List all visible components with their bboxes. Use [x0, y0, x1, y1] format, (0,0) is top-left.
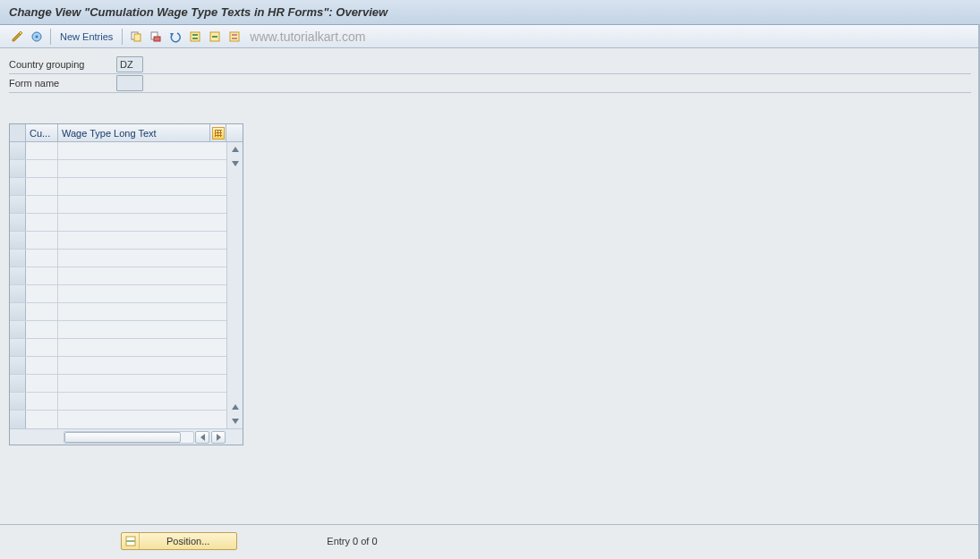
cell-wage[interactable] — [58, 250, 226, 267]
cell-cu[interactable] — [26, 393, 58, 410]
country-grouping-label: Country grouping — [9, 59, 116, 70]
row-selector[interactable] — [10, 178, 26, 195]
cell-wage[interactable] — [58, 339, 226, 356]
hscroll-track[interactable] — [64, 431, 194, 444]
other-view-icon[interactable] — [29, 29, 45, 45]
delete-icon[interactable] — [148, 29, 164, 45]
chevron-up-icon — [232, 147, 239, 152]
scroll-down-button[interactable] — [227, 414, 243, 428]
row-selector[interactable] — [10, 321, 26, 338]
undo-change-icon[interactable] — [167, 29, 183, 45]
chevron-right-icon — [217, 434, 221, 441]
cell-wage[interactable] — [58, 321, 226, 338]
table-row[interactable] — [10, 411, 243, 428]
cell-cu[interactable] — [26, 321, 58, 338]
row-selector[interactable] — [10, 160, 26, 177]
row-selector[interactable] — [10, 196, 26, 213]
chevron-down-icon — [232, 161, 239, 166]
row-selector[interactable] — [10, 375, 26, 392]
column-header-wage-type[interactable]: Wage Type Long Text — [58, 124, 210, 141]
cell-wage[interactable] — [58, 142, 226, 159]
table-control: Cu... Wage Type Long Text — [9, 123, 243, 445]
cell-cu[interactable] — [26, 232, 58, 249]
cell-cu[interactable] — [26, 267, 58, 284]
toggle-change-icon[interactable] — [9, 29, 25, 45]
row-selector[interactable] — [10, 393, 26, 410]
table-row[interactable] — [10, 285, 243, 303]
hscroll-thumb[interactable] — [64, 432, 181, 443]
cell-cu[interactable] — [26, 250, 58, 267]
form-name-input[interactable] — [116, 75, 143, 91]
cell-wage[interactable] — [58, 285, 226, 302]
cell-wage[interactable] — [58, 357, 226, 374]
row-selector[interactable] — [10, 214, 26, 231]
table-row[interactable] — [10, 232, 243, 250]
table-config-button[interactable] — [210, 124, 226, 141]
cell-cu[interactable] — [26, 142, 58, 159]
cell-cu[interactable] — [26, 357, 58, 374]
table-row[interactable] — [10, 267, 243, 285]
cell-cu[interactable] — [26, 285, 58, 302]
table-grid: Cu... Wage Type Long Text — [10, 124, 243, 428]
row-selector[interactable] — [10, 339, 26, 356]
table-row[interactable] — [10, 357, 243, 375]
column-header-cu[interactable]: Cu... — [26, 124, 58, 141]
row-selector[interactable] — [10, 142, 26, 159]
table-row[interactable] — [10, 393, 243, 411]
cell-wage[interactable] — [58, 375, 226, 392]
cell-wage[interactable] — [58, 393, 226, 410]
scroll-up-button[interactable] — [227, 142, 243, 157]
row-selector[interactable] — [10, 303, 26, 320]
cell-cu[interactable] — [26, 178, 58, 195]
cell-cu[interactable] — [26, 214, 58, 231]
scroll-up-button[interactable] — [227, 400, 243, 414]
cell-wage[interactable] — [58, 196, 226, 213]
table-row[interactable] — [10, 214, 243, 232]
entry-status-text: Entry 0 of 0 — [327, 536, 377, 546]
cell-wage[interactable] — [58, 267, 226, 284]
select-all-rows[interactable] — [10, 124, 26, 141]
row-selector[interactable] — [10, 357, 26, 374]
cell-wage[interactable] — [58, 232, 226, 249]
table-row[interactable] — [10, 142, 243, 160]
horizontal-scrollbar[interactable] — [10, 428, 243, 445]
row-selector[interactable] — [10, 267, 26, 284]
cell-cu[interactable] — [26, 196, 58, 213]
vertical-scrollbar[interactable] — [226, 142, 243, 428]
deselect-all-icon[interactable] — [226, 29, 243, 45]
scroll-down-button[interactable] — [227, 157, 243, 171]
cell-wage[interactable] — [58, 214, 226, 231]
cell-wage[interactable] — [58, 303, 226, 320]
cell-cu[interactable] — [26, 160, 58, 177]
title-bar: Change View "Cumulation Wage Type Texts … — [0, 0, 980, 25]
cell-cu[interactable] — [26, 303, 58, 320]
row-selector[interactable] — [10, 232, 26, 249]
row-selector[interactable] — [10, 411, 26, 428]
cell-wage[interactable] — [58, 178, 226, 195]
cell-cu[interactable] — [26, 339, 58, 356]
row-selector[interactable] — [10, 250, 26, 267]
table-row[interactable] — [10, 303, 243, 321]
table-row[interactable] — [10, 339, 243, 357]
table-row[interactable] — [10, 321, 243, 339]
select-block-icon[interactable] — [207, 29, 223, 45]
cell-cu[interactable] — [26, 375, 58, 392]
cell-wage[interactable] — [58, 160, 226, 177]
cell-cu[interactable] — [26, 411, 58, 428]
table-row[interactable] — [10, 196, 243, 214]
table-row[interactable] — [10, 375, 243, 393]
table-row[interactable] — [10, 160, 243, 178]
row-selector[interactable] — [10, 285, 26, 302]
copy-as-icon[interactable] — [128, 29, 144, 45]
position-button[interactable]: Position... — [121, 532, 237, 550]
country-grouping-input[interactable]: DZ — [116, 56, 143, 72]
scroll-left-button[interactable] — [195, 431, 209, 444]
cell-wage[interactable] — [58, 411, 226, 428]
new-entries-button[interactable]: New Entries — [60, 31, 113, 42]
select-all-icon[interactable] — [187, 29, 203, 45]
table-row[interactable] — [10, 178, 243, 196]
table-row[interactable] — [10, 250, 243, 267]
svg-rect-10 — [212, 36, 217, 38]
country-grouping-row: Country grouping DZ — [9, 55, 971, 73]
scroll-right-button[interactable] — [211, 431, 226, 444]
